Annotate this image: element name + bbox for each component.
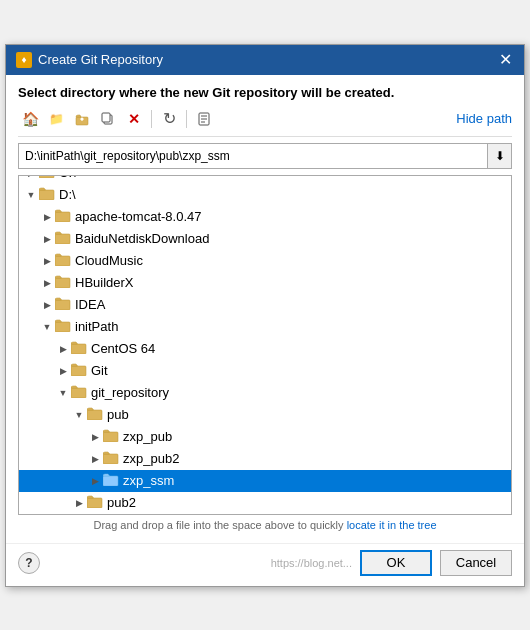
- expand-icon[interactable]: [71, 495, 87, 511]
- tree-item[interactable]: zxp_pub: [19, 426, 511, 448]
- ok-button[interactable]: OK: [360, 550, 432, 576]
- toolbar-separator-2: [186, 110, 187, 128]
- svg-rect-18: [87, 410, 102, 420]
- close-button[interactable]: ✕: [497, 52, 514, 68]
- tree-item-label: Git: [91, 363, 108, 378]
- tree-item-label: zxp_pub2: [123, 451, 179, 466]
- folder-icon: [55, 275, 71, 291]
- dialog-body: Select directory where the new Git repos…: [6, 75, 524, 543]
- svg-rect-12: [55, 278, 70, 288]
- title-bar-left: ♦ Create Git Repository: [16, 52, 163, 68]
- svg-rect-7: [39, 175, 54, 178]
- settings-button[interactable]: [192, 108, 216, 130]
- tree-item[interactable]: apache-tomcat-8.0.47: [19, 206, 511, 228]
- folder-up-button[interactable]: [70, 108, 94, 130]
- svg-rect-22: [87, 498, 102, 508]
- settings-icon: [197, 112, 211, 126]
- tree-item[interactable]: HBuilderX: [19, 272, 511, 294]
- title-bar: ♦ Create Git Repository ✕: [6, 45, 524, 75]
- expand-icon[interactable]: [87, 473, 103, 489]
- tree-item-label: apache-tomcat-8.0.47: [75, 209, 201, 224]
- expand-icon[interactable]: [39, 231, 55, 247]
- svg-rect-10: [55, 234, 70, 244]
- expand-icon[interactable]: [87, 429, 103, 445]
- dialog-icon: ♦: [16, 52, 32, 68]
- svg-rect-19: [103, 432, 118, 442]
- home-button[interactable]: 🏠: [18, 108, 42, 130]
- dialog-footer: ? https://blog.net... OK Cancel: [6, 543, 524, 586]
- folder-icon: [55, 253, 71, 269]
- tree-item[interactable]: zxp_pub2: [19, 448, 511, 470]
- expand-icon[interactable]: [39, 209, 55, 225]
- tree-item-label: pub2: [107, 495, 136, 510]
- tree-item[interactable]: initPath: [19, 316, 511, 338]
- tree-item-label: pub: [107, 407, 129, 422]
- path-input[interactable]: [19, 147, 487, 165]
- copy-icon: [101, 112, 115, 126]
- tree-item-label: BaiduNetdiskDownload: [75, 231, 209, 246]
- tree-item[interactable]: CentOS 64: [19, 338, 511, 360]
- folder-icon: [39, 187, 55, 203]
- folder-icon: [103, 451, 119, 467]
- tree-item[interactable]: IDEA: [19, 294, 511, 316]
- tree-container[interactable]: C:\ D:\ apache-tomcat-8.0.47 BaiduNetdis…: [18, 175, 512, 515]
- toolbar-separator: [151, 110, 152, 128]
- tree-item-label: IDEA: [75, 297, 105, 312]
- folder-icon: [71, 341, 87, 357]
- svg-rect-11: [55, 256, 70, 266]
- footer-url: https://blog.net...: [271, 557, 352, 569]
- svg-rect-17: [71, 388, 86, 398]
- expand-icon[interactable]: [39, 319, 55, 335]
- tree-item-label: HBuilderX: [75, 275, 134, 290]
- folder-icon: [39, 175, 55, 181]
- tree-item[interactable]: pub: [19, 404, 511, 426]
- expand-icon[interactable]: [23, 187, 39, 203]
- tree-item-label: zxp_ssm: [123, 473, 174, 488]
- tree-item[interactable]: D:\: [19, 184, 511, 206]
- expand-icon[interactable]: [55, 363, 71, 379]
- expand-icon[interactable]: [39, 253, 55, 269]
- new-folder-button[interactable]: 📁: [44, 108, 68, 130]
- tree-item-label: initPath: [75, 319, 118, 334]
- expand-icon[interactable]: [23, 175, 39, 181]
- folder-icon: [87, 495, 103, 511]
- svg-rect-20: [103, 454, 118, 464]
- folder-icon: [71, 385, 87, 401]
- refresh-button[interactable]: ↻: [157, 108, 181, 130]
- tree-item[interactable]: git_repository: [19, 382, 511, 404]
- expand-icon[interactable]: [87, 451, 103, 467]
- path-browse-button[interactable]: ⬇: [487, 144, 511, 168]
- svg-rect-21: [103, 476, 118, 486]
- folder-up-icon: [75, 112, 89, 126]
- cancel-button[interactable]: Cancel: [440, 550, 512, 576]
- drag-hint-link[interactable]: locate it in the tree: [347, 519, 437, 531]
- expand-icon[interactable]: [39, 297, 55, 313]
- folder-icon: [55, 297, 71, 313]
- drag-hint: Drag and drop a file into the space abov…: [18, 515, 512, 535]
- tree-item[interactable]: C:\: [19, 175, 511, 184]
- tree-item[interactable]: CloudMusic: [19, 250, 511, 272]
- tree-item[interactable]: pub2: [19, 492, 511, 514]
- expand-icon[interactable]: [55, 385, 71, 401]
- tree-item-label: zxp_pub: [123, 429, 172, 444]
- hide-path-link[interactable]: Hide path: [456, 111, 512, 126]
- expand-icon[interactable]: [39, 275, 55, 291]
- folder-icon: [87, 407, 103, 423]
- tree-item-label: CentOS 64: [91, 341, 155, 356]
- svg-rect-15: [71, 344, 86, 354]
- svg-rect-2: [102, 113, 110, 122]
- tree-item[interactable]: BaiduNetdiskDownload: [19, 228, 511, 250]
- path-bar: ⬇: [18, 143, 512, 169]
- delete-button[interactable]: ✕: [122, 108, 146, 130]
- instruction-text: Select directory where the new Git repos…: [18, 85, 512, 100]
- tree-item[interactable]: Git: [19, 360, 511, 382]
- help-button[interactable]: ?: [18, 552, 40, 574]
- expand-icon[interactable]: [55, 341, 71, 357]
- toolbar: 🏠 📁 ✕ ↻: [18, 108, 512, 137]
- expand-icon[interactable]: [71, 407, 87, 423]
- folder-icon: [55, 319, 71, 335]
- folder-icon: [103, 473, 119, 489]
- copy-folder-button[interactable]: [96, 108, 120, 130]
- tree-item[interactable]: zxp_ssm: [19, 470, 511, 492]
- dialog-title: Create Git Repository: [38, 52, 163, 67]
